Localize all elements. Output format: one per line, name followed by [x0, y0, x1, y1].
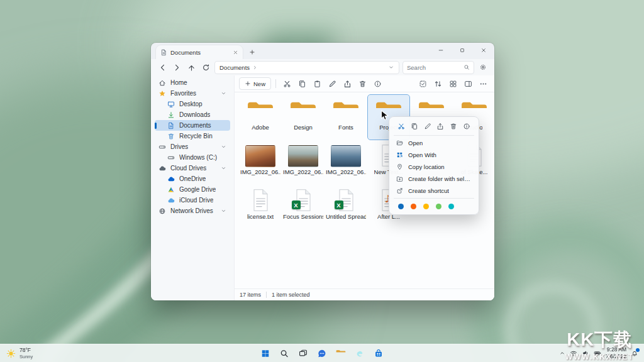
- sidebar-item-documents[interactable]: Documents: [155, 120, 230, 131]
- close-button[interactable]: [473, 43, 494, 58]
- file-item-photo[interactable]: IMG_2022_06...: [325, 140, 367, 184]
- cut-button[interactable]: [280, 77, 294, 90]
- file-item-license[interactable]: license.txt: [240, 184, 281, 229]
- hidden-icons-chevron-icon[interactable]: [559, 350, 565, 356]
- notification-center-button[interactable]: [631, 349, 638, 357]
- refresh-button[interactable]: [200, 62, 211, 73]
- chevron-down-icon[interactable]: [221, 144, 226, 150]
- sidebar-item-google-drive[interactable]: Google Drive: [155, 184, 230, 195]
- breadcrumb[interactable]: Documents: [219, 64, 250, 71]
- address-dropdown-icon[interactable]: [388, 64, 394, 70]
- file-item-photo[interactable]: IMG_2022_06...: [282, 140, 324, 184]
- tag-color-blue[interactable]: [398, 204, 404, 209]
- context-menu-item-open-with[interactable]: Open With: [392, 149, 476, 161]
- sidebar-section-cloud-drives[interactable]: Cloud Drives: [155, 163, 230, 173]
- context-menu-item-create-folder-with-selection[interactable]: Create folder with selection: [392, 173, 476, 185]
- chevron-down-icon[interactable]: [221, 90, 226, 96]
- chevron-down-icon[interactable]: [221, 208, 226, 214]
- copy-icon: [298, 80, 306, 88]
- search-input[interactable]: Search: [402, 61, 474, 74]
- new-button[interactable]: New: [239, 77, 271, 90]
- back-button[interactable]: [157, 62, 168, 73]
- share-button[interactable]: [341, 77, 354, 90]
- context-menu-item-copy-location[interactable]: Copy location: [392, 161, 476, 173]
- file-item-adobe[interactable]: Adobe: [240, 95, 281, 140]
- share-button[interactable]: [435, 121, 445, 131]
- search-icon[interactable]: [464, 64, 470, 70]
- clock[interactable]: 9:28 AM 7/6/2022: [606, 346, 626, 359]
- titlebar[interactable]: Documents: [151, 43, 494, 59]
- start-button[interactable]: [258, 346, 274, 361]
- sidebar-section-drives[interactable]: Drives: [155, 141, 230, 152]
- task-view-button[interactable]: [296, 346, 311, 361]
- sidebar-item-icloud-drive[interactable]: iCloud Drive: [155, 195, 230, 206]
- battery-icon[interactable]: [594, 349, 601, 357]
- sidebar-item-desktop[interactable]: Desktop: [155, 99, 230, 109]
- paste-button[interactable]: [311, 77, 324, 90]
- tag-color-yellow[interactable]: [423, 204, 429, 209]
- sun-icon: [6, 349, 16, 358]
- delete-button[interactable]: [448, 121, 458, 131]
- edge-button[interactable]: [352, 346, 368, 361]
- delete-button[interactable]: [356, 77, 369, 90]
- settings-button[interactable]: [477, 62, 489, 73]
- context-menu-item-create-shortcut[interactable]: Create shortcut: [392, 185, 476, 197]
- wifi-icon[interactable]: [570, 349, 577, 357]
- rename-button[interactable]: [423, 121, 433, 131]
- file-item-untitled-spreadsheet[interactable]: Untitled Spreads...: [325, 184, 367, 229]
- tag-color-orange[interactable]: [411, 204, 416, 209]
- see-more-button[interactable]: [477, 77, 490, 90]
- sidebar-item-recycle-bin[interactable]: Recycle Bin: [155, 131, 230, 141]
- select-button[interactable]: [416, 77, 430, 90]
- rename-button[interactable]: [326, 77, 339, 90]
- sidebar-section-network-drives[interactable]: Network Drives: [155, 206, 230, 216]
- maximize-button[interactable]: [452, 43, 473, 58]
- forward-button[interactable]: [171, 62, 182, 73]
- store-button[interactable]: [371, 346, 387, 361]
- minimize-button[interactable]: [430, 43, 452, 58]
- details-pane-button[interactable]: [462, 77, 475, 90]
- tag-color-green[interactable]: [436, 204, 441, 209]
- properties-button[interactable]: [462, 121, 472, 131]
- file-name: Design: [294, 124, 313, 131]
- folder-icon: [331, 99, 360, 123]
- volume-icon[interactable]: [582, 349, 589, 357]
- breadcrumb-chevron-icon[interactable]: [252, 65, 258, 70]
- cut-icon: [397, 123, 405, 130]
- copy-button[interactable]: [296, 77, 309, 90]
- sidebar-item-onedrive[interactable]: OneDrive: [155, 173, 230, 184]
- cut-button[interactable]: [396, 121, 406, 131]
- file-item-fonts[interactable]: Fonts: [325, 95, 367, 140]
- recycle-bin-icon: [167, 133, 175, 140]
- file-explorer-window: Documents Documents Search: [151, 43, 494, 300]
- tag-color-teal[interactable]: [448, 204, 454, 209]
- properties-button[interactable]: [371, 77, 384, 90]
- tab-documents[interactable]: Documents: [156, 45, 243, 59]
- sidebar-item-windows-c[interactable]: Windows (C:): [155, 152, 230, 163]
- sidebar-section-favorites[interactable]: Favorites: [155, 88, 230, 99]
- weather-widget[interactable]: 78°F Sunny: [0, 344, 39, 362]
- text-file-icon: [252, 189, 270, 212]
- sort-button[interactable]: [431, 77, 445, 90]
- sidebar-item-label: Cloud Drives: [170, 165, 206, 172]
- search-icon: [280, 349, 289, 358]
- file-item-photo[interactable]: IMG_2022_06...: [240, 140, 281, 184]
- search-button[interactable]: [277, 346, 292, 361]
- address-bar[interactable]: Documents: [214, 61, 399, 74]
- copy-button[interactable]: [409, 121, 419, 131]
- layout-button[interactable]: [447, 77, 460, 90]
- new-tab-button[interactable]: [247, 47, 258, 58]
- file-explorer-button[interactable]: [333, 346, 349, 361]
- chat-button[interactable]: [314, 346, 330, 361]
- sidebar-item-downloads[interactable]: Downloads: [155, 109, 230, 120]
- sidebar-item-home[interactable]: Home: [155, 77, 230, 88]
- tab-close-icon[interactable]: [233, 50, 238, 55]
- file-item-design[interactable]: Design: [282, 95, 324, 140]
- file-name: Fonts: [338, 124, 353, 131]
- chevron-down-icon[interactable]: [221, 165, 226, 171]
- folder-tag-colors: [392, 200, 476, 212]
- up-button[interactable]: [186, 62, 197, 73]
- cloud-icon: [158, 165, 166, 172]
- file-item-focus-sessions[interactable]: Focus Sessions: [282, 184, 324, 229]
- context-menu-item-open[interactable]: Open: [392, 137, 476, 149]
